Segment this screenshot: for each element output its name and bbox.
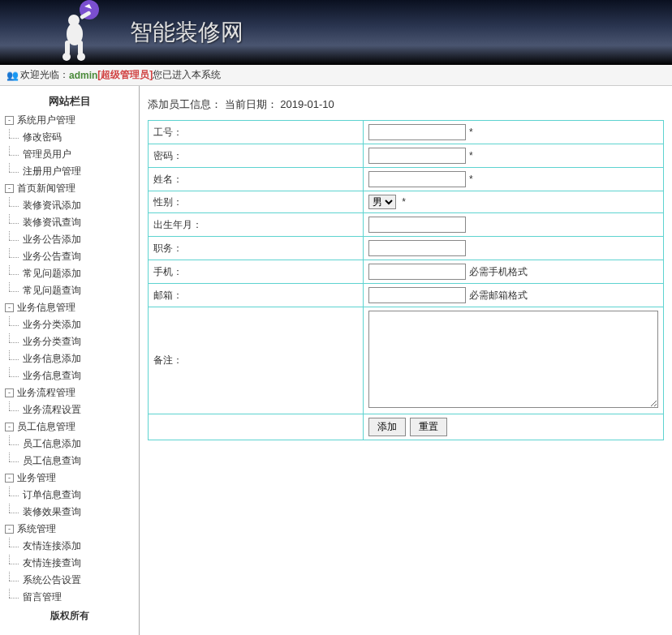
minus-icon[interactable]: - — [5, 116, 14, 125]
gender-select[interactable]: 男 — [368, 195, 396, 209]
remark-textarea[interactable] — [368, 311, 658, 408]
tree-item[interactable]: 业务流程设置 — [2, 401, 137, 418]
label-remark: 备注： — [149, 307, 364, 414]
tree-item[interactable]: 常见问题查询 — [2, 282, 137, 299]
tree-item[interactable]: 装修资讯添加 — [2, 197, 137, 214]
label-position: 职务： — [149, 237, 364, 260]
email-input[interactable] — [368, 287, 466, 303]
password-input[interactable] — [368, 148, 466, 164]
reset-button[interactable]: 重置 — [410, 418, 447, 436]
tree-item-label: 注册用户管理 — [23, 165, 81, 178]
tree-group[interactable]: -业务流程管理 — [2, 384, 137, 401]
tree-item[interactable]: 员工信息查询 — [2, 453, 137, 470]
tree-group[interactable]: -首页新闻管理 — [2, 180, 137, 197]
tree-item[interactable]: 注册用户管理 — [2, 163, 137, 180]
tree-group[interactable]: -业务管理 — [2, 470, 137, 487]
tree-item-label: 订单信息查询 — [23, 488, 81, 502]
phone-hint: 必需手机格式 — [469, 266, 528, 277]
tree-group[interactable]: -系统用户管理 — [2, 112, 137, 129]
welcome-bar: 👥 欢迎光临： admin [超级管理员] 您已进入本系统 — [0, 65, 672, 86]
current-date: 2019-01-10 — [280, 98, 334, 110]
tree-item-label: 员工信息查询 — [23, 454, 81, 468]
email-hint: 必需邮箱格式 — [469, 290, 528, 301]
tree-item[interactable]: 装修效果查询 — [2, 504, 137, 521]
main-content: 添加员工信息： 当前日期： 2019-01-10 工号： * 密码： * 姓名：… — [140, 86, 672, 635]
phone-input[interactable] — [368, 264, 466, 280]
required-mark: * — [469, 174, 473, 185]
required-mark: * — [402, 196, 406, 208]
welcome-username: admin — [69, 70, 97, 81]
tree-item[interactable]: 系统公告设置 — [2, 572, 137, 589]
minus-icon[interactable]: - — [5, 525, 14, 534]
tree-item[interactable]: 业务分类查询 — [2, 333, 137, 350]
tree-group-label: 业务流程管理 — [17, 386, 75, 400]
label-birth: 出生年月： — [149, 213, 364, 237]
tree-item[interactable]: 订单信息查询 — [2, 487, 137, 504]
required-mark: * — [469, 127, 473, 138]
label-gender: 性别： — [149, 191, 364, 213]
tree-item[interactable]: 业务信息添加 — [2, 350, 137, 367]
tree-item[interactable]: 修改密码 — [2, 129, 137, 146]
emp-no-input[interactable] — [368, 124, 466, 140]
tree-item[interactable]: 业务分类添加 — [2, 316, 137, 333]
tree-group[interactable]: -业务信息管理 — [2, 299, 137, 316]
tree-item[interactable]: 留言管理 — [2, 589, 137, 606]
tree-group-label: 系统用户管理 — [17, 114, 75, 127]
tree-item-label: 业务分类添加 — [23, 318, 81, 332]
birth-input[interactable] — [368, 217, 466, 233]
minus-icon[interactable]: - — [5, 423, 14, 431]
welcome-role: [超级管理员] — [97, 68, 153, 82]
label-email: 邮箱： — [149, 284, 364, 307]
tree-item[interactable]: 业务公告查询 — [2, 248, 137, 265]
svg-point-6 — [77, 53, 85, 61]
employee-form: 工号： * 密码： * 姓名： * 性别： 男 * — [148, 120, 664, 440]
label-emp-no: 工号： — [149, 121, 364, 144]
label-name: 姓名： — [149, 168, 364, 191]
header: 智能装修网 — [0, 0, 672, 65]
position-input[interactable] — [368, 240, 466, 256]
tree-item-label: 装修效果查询 — [23, 505, 81, 519]
tree-group-label: 业务管理 — [17, 471, 56, 485]
tree-item[interactable]: 常见问题添加 — [2, 265, 137, 282]
required-mark: * — [469, 150, 473, 161]
user-icon: 👥 — [6, 70, 19, 81]
tree-item[interactable]: 员工信息添加 — [2, 435, 137, 453]
site-title: 智能装修网 — [130, 17, 243, 48]
welcome-suffix: 您已进入本系统 — [153, 68, 221, 82]
minus-icon[interactable]: - — [5, 184, 14, 193]
tree-item-label: 业务信息查询 — [23, 369, 81, 383]
tree-item-label: 装修资讯添加 — [23, 199, 81, 212]
svg-point-5 — [62, 53, 71, 61]
tree-item-label: 业务流程设置 — [23, 403, 81, 417]
tree-item[interactable]: 管理员用户 — [2, 146, 137, 163]
label-phone: 手机： — [149, 260, 364, 284]
tree-item[interactable]: 业务信息查询 — [2, 367, 137, 384]
minus-icon[interactable]: - — [5, 474, 14, 483]
tree-item[interactable]: 装修资讯查询 — [2, 214, 137, 231]
tree-item[interactable]: 业务公告添加 — [2, 231, 137, 248]
welcome-prefix: 欢迎光临： — [20, 68, 69, 82]
tree-group-label: 业务信息管理 — [17, 301, 75, 315]
tree-item[interactable]: 友情连接查询 — [2, 555, 137, 572]
minus-icon[interactable]: - — [5, 388, 14, 397]
tree-group[interactable]: -员工信息管理 — [2, 418, 137, 435]
tree-item-label: 员工信息添加 — [23, 437, 81, 451]
tree-item-label: 友情连接添加 — [23, 539, 81, 553]
submit-button[interactable]: 添加 — [368, 418, 406, 436]
tree-item-label: 业务公告添加 — [23, 233, 81, 247]
tree-group-label: 首页新闻管理 — [17, 182, 75, 195]
tree-item-label: 留言管理 — [23, 590, 62, 604]
tree-group-label: 员工信息管理 — [17, 420, 75, 434]
minus-icon[interactable]: - — [5, 303, 14, 312]
tree-group[interactable]: -系统管理 — [2, 521, 137, 538]
tree-item-label: 业务信息添加 — [23, 352, 81, 366]
sidebar: 网站栏目 -系统用户管理修改密码管理员用户注册用户管理-首页新闻管理装修资讯添加… — [0, 86, 140, 635]
name-input[interactable] — [368, 171, 466, 187]
tree-item-label: 业务公告查询 — [23, 250, 81, 264]
label-password: 密码： — [149, 144, 364, 168]
tree-item-label: 装修资讯查询 — [23, 216, 81, 230]
tree-item[interactable]: 友情连接添加 — [2, 538, 137, 555]
page-heading: 添加员工信息： 当前日期： 2019-01-10 — [148, 97, 664, 112]
sidebar-title: 网站栏目 — [2, 91, 137, 112]
logo-figure-icon — [57, 0, 106, 61]
